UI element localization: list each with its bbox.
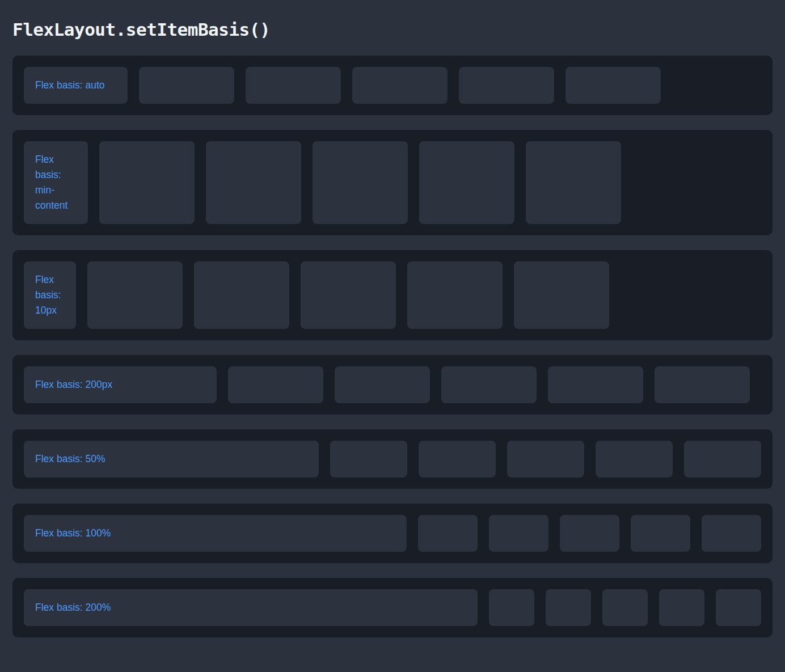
flex-item xyxy=(489,515,548,552)
flex-item xyxy=(206,141,301,224)
flex-container-row-4: Flex basis: 200px xyxy=(12,355,773,415)
flex-item xyxy=(507,441,584,477)
flex-container-row-2: Flex basis: min-content xyxy=(12,130,773,235)
flex-item xyxy=(419,441,496,477)
flex-item xyxy=(716,589,761,626)
flex-item xyxy=(335,366,430,403)
flex-item xyxy=(419,141,514,224)
flex-item-label: Flex basis: min-content xyxy=(24,141,88,224)
flex-item xyxy=(228,366,323,403)
flex-container-row-3: Flex basis: 10px xyxy=(12,250,773,340)
flex-item xyxy=(352,67,448,104)
flex-container-row-6: Flex basis: 100% xyxy=(12,504,773,563)
flex-item xyxy=(546,589,591,626)
flex-item xyxy=(655,366,750,403)
flex-item xyxy=(441,366,537,403)
flex-item xyxy=(313,141,408,224)
flex-item xyxy=(194,261,289,329)
flex-item-label: Flex basis: 200% xyxy=(24,589,478,626)
flex-item-label: Flex basis: 50% xyxy=(24,441,319,477)
flex-container-row-1: Flex basis: auto xyxy=(12,56,773,115)
flex-item xyxy=(459,67,554,104)
flex-item xyxy=(301,261,396,329)
flex-item xyxy=(246,67,341,104)
flex-item xyxy=(139,67,234,104)
flex-item xyxy=(596,441,673,477)
flex-item xyxy=(602,589,648,626)
flex-item xyxy=(407,261,503,329)
flex-demo-rows: Flex basis: autoFlex basis: min-contentF… xyxy=(12,56,773,637)
flex-item xyxy=(418,515,478,552)
flex-item xyxy=(514,261,609,329)
flex-item-label: Flex basis: 100% xyxy=(24,515,407,552)
flex-item xyxy=(659,589,704,626)
flex-item xyxy=(526,141,621,224)
flex-item xyxy=(684,441,761,477)
flex-item xyxy=(99,141,195,224)
flex-item xyxy=(560,515,619,552)
flex-item xyxy=(330,441,407,477)
flex-container-row-7: Flex basis: 200% xyxy=(12,578,773,637)
flex-item-label: Flex basis: auto xyxy=(24,67,128,104)
flex-item xyxy=(702,515,761,552)
flex-container-row-5: Flex basis: 50% xyxy=(12,429,773,489)
flex-item xyxy=(548,366,643,403)
page: FlexLayout.setItemBasis() Flex basis: au… xyxy=(12,19,773,637)
page-title: FlexLayout.setItemBasis() xyxy=(12,19,773,40)
flex-item xyxy=(631,515,690,552)
flex-item xyxy=(565,67,661,104)
flex-item xyxy=(489,589,534,626)
flex-item-label: Flex basis: 200px xyxy=(24,366,217,403)
flex-item-label: Flex basis: 10px xyxy=(24,261,76,329)
flex-item xyxy=(87,261,183,329)
